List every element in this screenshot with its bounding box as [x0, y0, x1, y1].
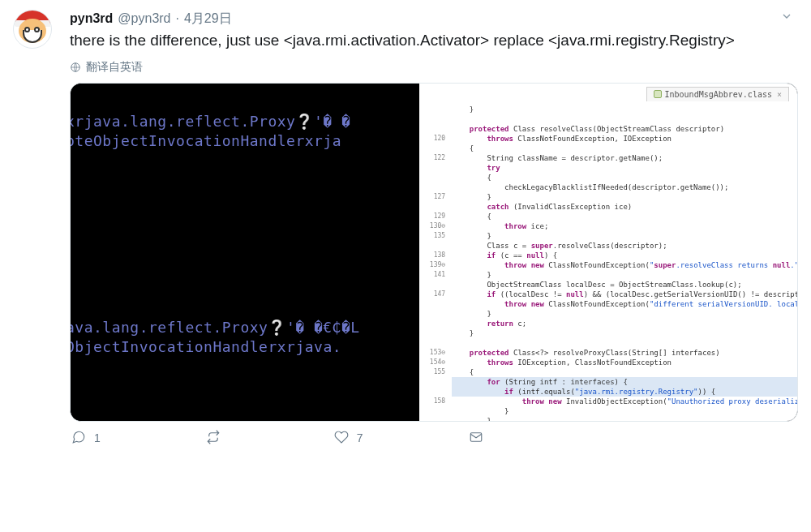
file-icon: [654, 90, 662, 98]
like-count: 7: [357, 431, 363, 444]
tweet-media[interactable]: xrjava.lang.reflect.Proxy❔'� � pteObject…: [70, 83, 798, 422]
code-area: 120122127129130⊖135138139⊖141147153⊖154⊖…: [419, 105, 797, 421]
retweet-button[interactable]: [206, 430, 229, 447]
hex-line: ava.lang.reflect.Proxy❔'� �€₵�L: [71, 319, 360, 336]
globe-icon: [70, 62, 81, 73]
envelope-icon: [469, 430, 483, 447]
dm-button[interactable]: [469, 430, 491, 447]
media-right-pane: InboundMsgAbbrev.class × 120122127129130…: [419, 84, 797, 421]
gutter: 120122127129130⊖135138139⊖141147153⊖154⊖…: [419, 105, 448, 421]
tweet-header: pyn3rd @pyn3rd · 4月29日: [70, 10, 798, 28]
svg-rect-1: [470, 432, 482, 441]
tab-label: InboundMsgAbbrev.class: [665, 89, 772, 101]
separator-dot: ·: [176, 11, 179, 26]
reply-button[interactable]: 1: [71, 430, 101, 447]
translate-row[interactable]: 翻译自英语: [70, 60, 798, 75]
hex-line: pteObjectInvocationHandlerxrja: [71, 132, 341, 149]
more-caret-icon[interactable]: [780, 10, 798, 25]
close-icon[interactable]: ×: [777, 89, 782, 101]
tweet: pyn3rd @pyn3rd · 4月29日 there is the diff…: [0, 0, 811, 457]
tweet-text: there is the difference, just use <java.…: [70, 29, 798, 52]
tweet-actions: 1 7: [70, 422, 798, 447]
reply-count: 1: [94, 431, 101, 444]
handle[interactable]: @pyn3rd: [118, 11, 170, 26]
reply-icon: [71, 430, 86, 447]
tweet-content: pyn3rd @pyn3rd · 4月29日 there is the diff…: [70, 10, 798, 447]
display-name[interactable]: pyn3rd: [70, 11, 113, 26]
code: } protected Class resolveClass(ObjectStr…: [448, 105, 797, 421]
hex-line: xrjava.lang.reflect.Proxy❔'� �: [71, 113, 350, 130]
heart-icon: [334, 430, 349, 447]
translate-label: 翻译自英语: [86, 60, 143, 75]
media-left-pane: xrjava.lang.reflect.Proxy❔'� � pteObject…: [71, 84, 419, 421]
avatar[interactable]: [13, 10, 52, 49]
like-button[interactable]: 7: [334, 430, 363, 447]
tweet-date[interactable]: 4月29日: [184, 11, 232, 28]
avatar-column: [13, 10, 62, 447]
retweet-icon: [206, 430, 221, 447]
hex-line: ObjectInvocationHandlerxrjava.: [71, 338, 341, 355]
editor-tab[interactable]: InboundMsgAbbrev.class ×: [646, 87, 789, 102]
